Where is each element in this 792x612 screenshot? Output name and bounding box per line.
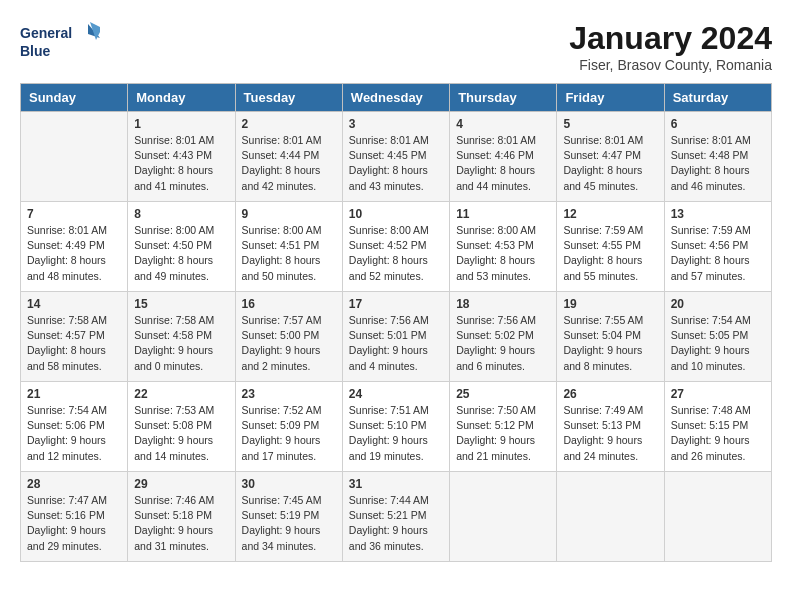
calendar-cell: 22Sunrise: 7:53 AMSunset: 5:08 PMDayligh…: [128, 382, 235, 472]
logo-svg: General Blue: [20, 20, 100, 64]
column-header-friday: Friday: [557, 84, 664, 112]
day-info: Sunrise: 8:01 AMSunset: 4:49 PMDaylight:…: [27, 223, 121, 284]
day-info: Sunrise: 7:54 AMSunset: 5:05 PMDaylight:…: [671, 313, 765, 374]
day-info: Sunrise: 7:58 AMSunset: 4:58 PMDaylight:…: [134, 313, 228, 374]
logo: General Blue: [20, 20, 100, 64]
day-number: 26: [563, 387, 657, 401]
day-number: 12: [563, 207, 657, 221]
day-number: 5: [563, 117, 657, 131]
day-info: Sunrise: 7:59 AMSunset: 4:56 PMDaylight:…: [671, 223, 765, 284]
calendar-cell: 7Sunrise: 8:01 AMSunset: 4:49 PMDaylight…: [21, 202, 128, 292]
calendar-cell: [21, 112, 128, 202]
day-info: Sunrise: 7:59 AMSunset: 4:55 PMDaylight:…: [563, 223, 657, 284]
calendar-week-row: 1Sunrise: 8:01 AMSunset: 4:43 PMDaylight…: [21, 112, 772, 202]
day-info: Sunrise: 7:52 AMSunset: 5:09 PMDaylight:…: [242, 403, 336, 464]
column-header-thursday: Thursday: [450, 84, 557, 112]
calendar-cell: 20Sunrise: 7:54 AMSunset: 5:05 PMDayligh…: [664, 292, 771, 382]
calendar-cell: 18Sunrise: 7:56 AMSunset: 5:02 PMDayligh…: [450, 292, 557, 382]
page-header: General Blue January 2024 Fiser, Brasov …: [20, 20, 772, 73]
day-info: Sunrise: 7:45 AMSunset: 5:19 PMDaylight:…: [242, 493, 336, 554]
calendar-cell: 13Sunrise: 7:59 AMSunset: 4:56 PMDayligh…: [664, 202, 771, 292]
calendar-cell: 8Sunrise: 8:00 AMSunset: 4:50 PMDaylight…: [128, 202, 235, 292]
day-number: 27: [671, 387, 765, 401]
calendar-week-row: 7Sunrise: 8:01 AMSunset: 4:49 PMDaylight…: [21, 202, 772, 292]
day-info: Sunrise: 8:01 AMSunset: 4:44 PMDaylight:…: [242, 133, 336, 194]
day-info: Sunrise: 8:01 AMSunset: 4:48 PMDaylight:…: [671, 133, 765, 194]
day-number: 8: [134, 207, 228, 221]
day-info: Sunrise: 8:00 AMSunset: 4:52 PMDaylight:…: [349, 223, 443, 284]
day-info: Sunrise: 7:54 AMSunset: 5:06 PMDaylight:…: [27, 403, 121, 464]
title-block: January 2024 Fiser, Brasov County, Roman…: [569, 20, 772, 73]
day-number: 15: [134, 297, 228, 311]
calendar-cell: 2Sunrise: 8:01 AMSunset: 4:44 PMDaylight…: [235, 112, 342, 202]
day-number: 13: [671, 207, 765, 221]
day-info: Sunrise: 7:57 AMSunset: 5:00 PMDaylight:…: [242, 313, 336, 374]
calendar-week-row: 21Sunrise: 7:54 AMSunset: 5:06 PMDayligh…: [21, 382, 772, 472]
day-number: 24: [349, 387, 443, 401]
calendar-table: SundayMondayTuesdayWednesdayThursdayFrid…: [20, 83, 772, 562]
calendar-cell: 10Sunrise: 8:00 AMSunset: 4:52 PMDayligh…: [342, 202, 449, 292]
day-number: 11: [456, 207, 550, 221]
calendar-cell: 9Sunrise: 8:00 AMSunset: 4:51 PMDaylight…: [235, 202, 342, 292]
day-info: Sunrise: 7:56 AMSunset: 5:01 PMDaylight:…: [349, 313, 443, 374]
day-info: Sunrise: 7:55 AMSunset: 5:04 PMDaylight:…: [563, 313, 657, 374]
calendar-cell: 14Sunrise: 7:58 AMSunset: 4:57 PMDayligh…: [21, 292, 128, 382]
calendar-cell: 5Sunrise: 8:01 AMSunset: 4:47 PMDaylight…: [557, 112, 664, 202]
calendar-cell: 30Sunrise: 7:45 AMSunset: 5:19 PMDayligh…: [235, 472, 342, 562]
day-info: Sunrise: 8:01 AMSunset: 4:47 PMDaylight:…: [563, 133, 657, 194]
day-info: Sunrise: 7:44 AMSunset: 5:21 PMDaylight:…: [349, 493, 443, 554]
calendar-cell: [557, 472, 664, 562]
calendar-cell: 4Sunrise: 8:01 AMSunset: 4:46 PMDaylight…: [450, 112, 557, 202]
day-number: 29: [134, 477, 228, 491]
calendar-cell: 15Sunrise: 7:58 AMSunset: 4:58 PMDayligh…: [128, 292, 235, 382]
day-info: Sunrise: 8:00 AMSunset: 4:53 PMDaylight:…: [456, 223, 550, 284]
day-info: Sunrise: 7:48 AMSunset: 5:15 PMDaylight:…: [671, 403, 765, 464]
calendar-cell: 3Sunrise: 8:01 AMSunset: 4:45 PMDaylight…: [342, 112, 449, 202]
day-info: Sunrise: 7:50 AMSunset: 5:12 PMDaylight:…: [456, 403, 550, 464]
calendar-cell: 19Sunrise: 7:55 AMSunset: 5:04 PMDayligh…: [557, 292, 664, 382]
day-number: 28: [27, 477, 121, 491]
day-info: Sunrise: 7:53 AMSunset: 5:08 PMDaylight:…: [134, 403, 228, 464]
day-number: 10: [349, 207, 443, 221]
column-header-sunday: Sunday: [21, 84, 128, 112]
calendar-header-row: SundayMondayTuesdayWednesdayThursdayFrid…: [21, 84, 772, 112]
column-header-saturday: Saturday: [664, 84, 771, 112]
calendar-cell: [450, 472, 557, 562]
day-number: 19: [563, 297, 657, 311]
day-info: Sunrise: 8:00 AMSunset: 4:50 PMDaylight:…: [134, 223, 228, 284]
svg-text:Blue: Blue: [20, 43, 51, 59]
calendar-cell: 31Sunrise: 7:44 AMSunset: 5:21 PMDayligh…: [342, 472, 449, 562]
day-number: 23: [242, 387, 336, 401]
calendar-cell: 1Sunrise: 8:01 AMSunset: 4:43 PMDaylight…: [128, 112, 235, 202]
day-number: 4: [456, 117, 550, 131]
day-info: Sunrise: 7:51 AMSunset: 5:10 PMDaylight:…: [349, 403, 443, 464]
calendar-cell: 28Sunrise: 7:47 AMSunset: 5:16 PMDayligh…: [21, 472, 128, 562]
day-number: 9: [242, 207, 336, 221]
day-number: 16: [242, 297, 336, 311]
day-number: 14: [27, 297, 121, 311]
day-info: Sunrise: 8:01 AMSunset: 4:43 PMDaylight:…: [134, 133, 228, 194]
location-title: Fiser, Brasov County, Romania: [569, 57, 772, 73]
day-number: 1: [134, 117, 228, 131]
calendar-cell: 16Sunrise: 7:57 AMSunset: 5:00 PMDayligh…: [235, 292, 342, 382]
day-number: 17: [349, 297, 443, 311]
day-number: 3: [349, 117, 443, 131]
calendar-cell: [664, 472, 771, 562]
day-number: 31: [349, 477, 443, 491]
calendar-week-row: 28Sunrise: 7:47 AMSunset: 5:16 PMDayligh…: [21, 472, 772, 562]
column-header-wednesday: Wednesday: [342, 84, 449, 112]
day-number: 25: [456, 387, 550, 401]
calendar-week-row: 14Sunrise: 7:58 AMSunset: 4:57 PMDayligh…: [21, 292, 772, 382]
day-info: Sunrise: 7:56 AMSunset: 5:02 PMDaylight:…: [456, 313, 550, 374]
calendar-cell: 29Sunrise: 7:46 AMSunset: 5:18 PMDayligh…: [128, 472, 235, 562]
svg-text:General: General: [20, 25, 72, 41]
calendar-cell: 23Sunrise: 7:52 AMSunset: 5:09 PMDayligh…: [235, 382, 342, 472]
day-number: 22: [134, 387, 228, 401]
day-number: 21: [27, 387, 121, 401]
day-info: Sunrise: 8:01 AMSunset: 4:45 PMDaylight:…: [349, 133, 443, 194]
month-title: January 2024: [569, 20, 772, 57]
calendar-cell: 6Sunrise: 8:01 AMSunset: 4:48 PMDaylight…: [664, 112, 771, 202]
calendar-cell: 11Sunrise: 8:00 AMSunset: 4:53 PMDayligh…: [450, 202, 557, 292]
calendar-cell: 26Sunrise: 7:49 AMSunset: 5:13 PMDayligh…: [557, 382, 664, 472]
calendar-cell: 17Sunrise: 7:56 AMSunset: 5:01 PMDayligh…: [342, 292, 449, 382]
